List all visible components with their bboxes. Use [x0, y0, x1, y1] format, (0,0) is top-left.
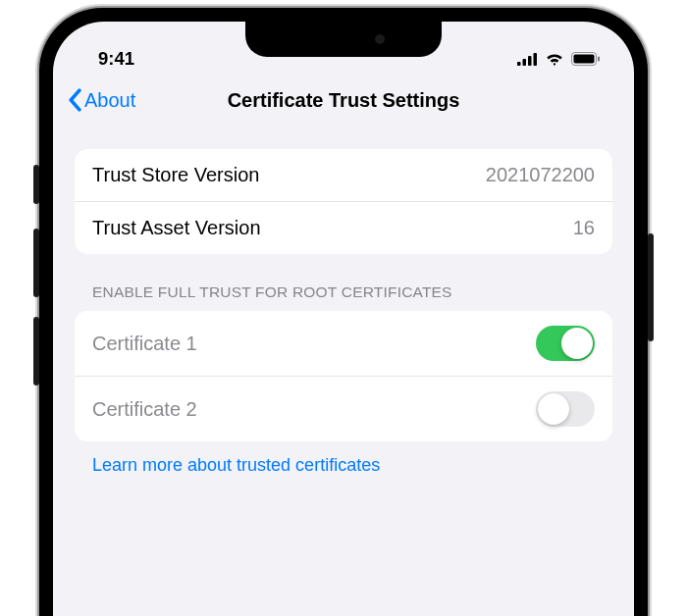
phone-frame: 9:41 About Certificate Trust Se: [39, 8, 648, 616]
svg-rect-6: [598, 57, 600, 62]
content: Trust Store Version 2021072200 Trust Ass…: [53, 126, 634, 476]
svg-rect-0: [517, 62, 521, 66]
side-button: [648, 233, 654, 341]
back-label: About: [84, 89, 135, 112]
side-button: [33, 229, 39, 297]
certificate-label: Certificate 2: [92, 398, 197, 421]
nav-bar: About Certificate Trust Settings: [53, 78, 634, 126]
status-time: 9:41: [98, 48, 134, 70]
learn-more-link[interactable]: Learn more about trusted certificates: [75, 441, 612, 476]
page-title: Certificate Trust Settings: [228, 89, 460, 112]
back-button[interactable]: About: [67, 88, 135, 112]
info-group: Trust Store Version 2021072200 Trust Ass…: [75, 149, 612, 254]
notch: [245, 22, 442, 57]
side-button: [33, 165, 39, 204]
certificate-row: Certificate 2: [75, 376, 612, 441]
row-label: Trust Store Version: [92, 164, 259, 186]
trust-asset-row: Trust Asset Version 16: [75, 201, 612, 254]
svg-rect-5: [574, 55, 595, 64]
certificate-toggle[interactable]: [536, 391, 595, 427]
row-label: Trust Asset Version: [92, 217, 261, 239]
row-value: 2021072200: [486, 164, 595, 186]
section-header: ENABLE FULL TRUST FOR ROOT CERTIFICATES: [75, 254, 612, 311]
certificate-label: Certificate 1: [92, 333, 197, 355]
screen: 9:41 About Certificate Trust Se: [53, 22, 634, 616]
status-indicators: [517, 52, 601, 66]
certificate-toggle[interactable]: [536, 326, 595, 361]
svg-rect-2: [528, 56, 532, 66]
certificates-group: Certificate 1 Certificate 2: [75, 311, 612, 441]
wifi-icon: [545, 52, 564, 66]
chevron-left-icon: [67, 88, 82, 112]
certificate-row: Certificate 1: [75, 311, 612, 376]
svg-rect-3: [534, 53, 538, 66]
trust-store-row: Trust Store Version 2021072200: [75, 149, 612, 201]
svg-rect-1: [523, 59, 527, 66]
cellular-icon: [517, 53, 538, 66]
side-button: [33, 317, 39, 385]
row-value: 16: [573, 217, 595, 239]
battery-icon: [571, 52, 601, 66]
